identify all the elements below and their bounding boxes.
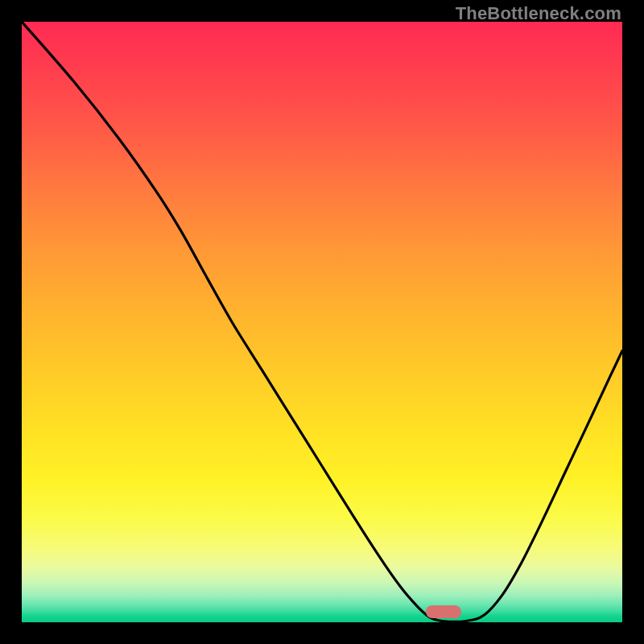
plot-area [22,22,622,622]
watermark-text: TheBottleneck.com [456,3,621,24]
chart-frame: TheBottleneck.com [0,0,644,644]
optimal-marker [426,605,461,618]
bottleneck-curve [22,22,622,622]
